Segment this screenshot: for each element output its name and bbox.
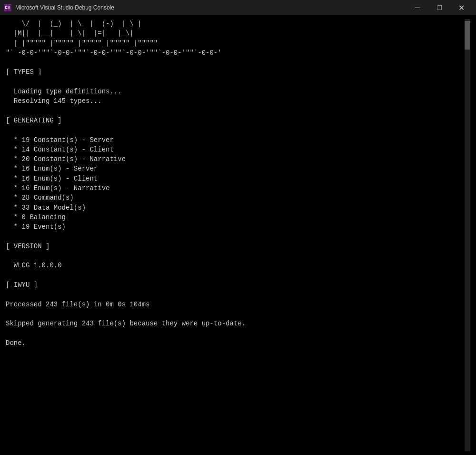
maximize-button[interactable]: □ (428, 0, 450, 15)
app-icon: C# (4, 4, 11, 11)
main-window: C# Microsoft Visual Studio Debug Console… (0, 0, 476, 455)
console-output[interactable]: \/ | (_) | \ | (-) | \ | |M|| |__| |_\| … (6, 19, 465, 451)
window-controls: ─ □ ✕ (407, 0, 472, 15)
console-area: \/ | (_) | \ | (-) | \ | |M|| |__| |_\| … (0, 15, 476, 455)
title-bar: C# Microsoft Visual Studio Debug Console… (0, 0, 476, 15)
minimize-button[interactable]: ─ (407, 0, 428, 15)
close-button[interactable]: ✕ (450, 0, 472, 15)
window-title: Microsoft Visual Studio Debug Console (15, 4, 407, 11)
scrollbar-thumb[interactable] (465, 21, 470, 50)
scrollbar[interactable] (465, 19, 470, 451)
